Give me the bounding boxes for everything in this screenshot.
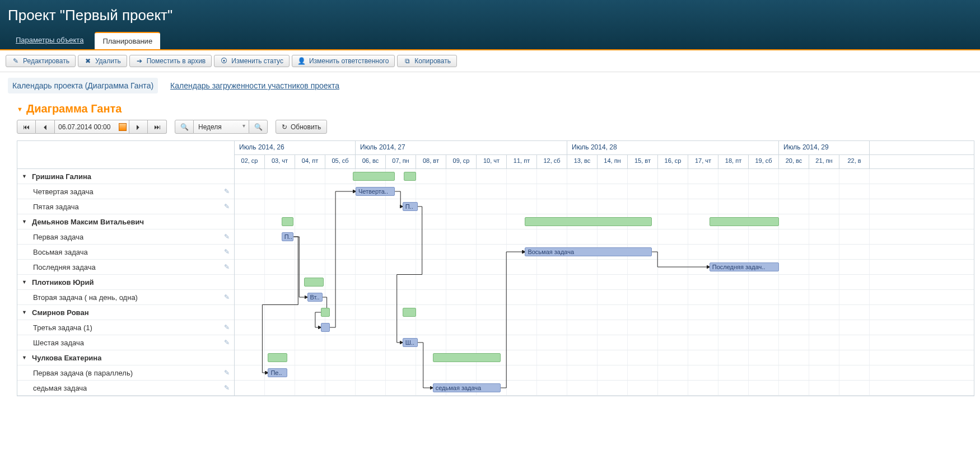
responsible-label: Изменить ответственного [309, 57, 389, 65]
task-row[interactable]: Шестая задача✎ [17, 335, 234, 350]
pencil-icon[interactable]: ✎ [224, 233, 230, 241]
pencil-icon[interactable]: ✎ [224, 293, 230, 301]
last-button[interactable]: ⏭ [148, 120, 167, 134]
refresh-button[interactable]: ↻Обновить [276, 120, 327, 134]
task-bar[interactable]: Восьмая задача [525, 247, 652, 256]
panel-title-row: ▼ Диаграмма Ганта [17, 99, 974, 119]
summary-bar[interactable] [268, 353, 287, 362]
pencil-icon[interactable]: ✎ [224, 323, 230, 331]
group-row[interactable]: ▼Демьянов Максим Витальевич [17, 214, 234, 229]
task-row[interactable]: Третья задача (1)✎ [17, 320, 234, 335]
toolbar: ✎Редактировать ✖Удалить ➔Поместить в арх… [0, 50, 980, 72]
row-label: Вторая задача ( на день, одна) [33, 293, 138, 302]
expander-icon[interactable]: ▼ [22, 355, 29, 360]
calendar-icon [119, 123, 127, 131]
summary-bar[interactable] [353, 172, 395, 181]
group-row[interactable]: ▼Гришина Галина [17, 169, 234, 184]
zoom-out-button[interactable]: 🔍 [175, 120, 194, 134]
subtab-workload[interactable]: Календарь загруженности участников проек… [166, 78, 344, 93]
expander-icon[interactable]: ▼ [22, 309, 29, 315]
task-bar[interactable]: Вт.. [307, 293, 323, 302]
refresh-label: Обновить [291, 123, 321, 131]
subtab-gantt[interactable]: Календарь проекта (Диаграмма Ганта) [8, 78, 158, 93]
day-header: 19, сб [749, 155, 779, 168]
group-row[interactable]: ▼Смирнов Рован [17, 305, 234, 320]
copy-button[interactable]: ⧉Копировать [397, 55, 457, 67]
task-bar[interactable]: седьмая задача [433, 383, 501, 392]
task-bar[interactable]: Четверта.. [356, 187, 395, 196]
task-row[interactable]: Восьмая задача✎ [17, 245, 234, 260]
day-header: 04, пт [295, 155, 325, 168]
row-label: Демьянов Максим Витальевич [32, 218, 144, 226]
task-bar[interactable]: Последняя задач.. [710, 262, 779, 271]
row-label: Шестая задача [33, 339, 84, 347]
collapse-icon[interactable]: ▼ [17, 106, 23, 112]
refresh-icon: ↻ [282, 123, 287, 131]
day-header: 09, ср [446, 155, 477, 168]
task-row[interactable]: Последняя задача✎ [17, 260, 234, 275]
row-label: Пятая задача [33, 203, 79, 211]
pencil-icon[interactable]: ✎ [224, 248, 230, 256]
task-row[interactable]: Пятая задача✎ [17, 199, 234, 214]
next-button[interactable]: ⏵ [129, 120, 148, 134]
expander-icon[interactable]: ▼ [22, 173, 29, 179]
pencil-icon[interactable]: ✎ [224, 369, 230, 377]
scale-select[interactable]: Неделя [194, 120, 249, 134]
pencil-icon[interactable]: ✎ [224, 263, 230, 271]
expander-icon[interactable]: ▼ [22, 279, 29, 285]
tab-planning[interactable]: Планирование [95, 32, 160, 49]
delete-label: Удалить [95, 57, 121, 65]
responsible-button[interactable]: 👤Изменить ответственного [292, 55, 395, 67]
week-header: Июль 2014, 28 [567, 141, 779, 154]
summary-bar[interactable] [404, 172, 416, 181]
edit-button[interactable]: ✎Редактировать [6, 55, 76, 67]
group-row[interactable]: ▼Чулкова Екатерина [17, 350, 234, 365]
day-header: 07, пн [386, 155, 416, 168]
grid-row [235, 229, 974, 245]
timeline-col: Июль 2014, 26Июль 2014, 27Июль 2014, 28И… [235, 141, 974, 396]
pencil-icon[interactable]: ✎ [224, 339, 230, 346]
summary-bar[interactable] [321, 308, 330, 317]
date-input[interactable]: 06.07.2014 00:00 [55, 120, 129, 134]
summary-bar[interactable] [433, 353, 501, 362]
task-bar[interactable]: П.. [282, 232, 294, 241]
row-label: Первая задача (в параллель) [33, 369, 133, 377]
pencil-icon[interactable]: ✎ [224, 384, 230, 392]
summary-bar[interactable] [304, 278, 324, 287]
delete-button[interactable]: ✖Удалить [78, 55, 127, 67]
tab-params[interactable]: Параметры объекта [8, 32, 91, 49]
task-bar[interactable] [321, 323, 330, 332]
summary-bar[interactable] [403, 308, 416, 317]
task-row[interactable]: Вторая задача ( на день, одна)✎ [17, 290, 234, 305]
first-button[interactable]: ⏮ [17, 120, 36, 134]
group-row[interactable]: ▼Плотников Юрий [17, 275, 234, 290]
row-label: Четвертая задача [33, 187, 94, 196]
week-header: Июль 2014, 26 [235, 141, 356, 154]
summary-bar[interactable] [282, 217, 294, 226]
expander-icon[interactable]: ▼ [22, 219, 29, 224]
pencil-icon[interactable]: ✎ [224, 187, 230, 195]
grid-row [235, 320, 974, 335]
row-label: Чулкова Екатерина [32, 354, 101, 362]
day-header: 03, чт [265, 155, 295, 168]
row-label: Плотников Юрий [32, 278, 94, 287]
task-bar[interactable]: П.. [403, 202, 418, 211]
status-button[interactable]: ⦿Изменить статус [214, 55, 290, 67]
day-header: 15, вт [628, 155, 658, 168]
task-row[interactable]: Первая задача✎ [17, 229, 234, 245]
grid-row [235, 290, 974, 305]
grid-row [235, 169, 974, 184]
zoom-in-button[interactable]: 🔍 [249, 120, 268, 134]
person-icon: 👤 [298, 57, 306, 65]
archive-button[interactable]: ➔Поместить в архив [129, 55, 212, 67]
task-row[interactable]: Четвертая задача✎ [17, 184, 234, 199]
pencil-icon[interactable]: ✎ [224, 203, 230, 210]
summary-bar[interactable] [525, 217, 652, 226]
status-icon: ⦿ [220, 57, 228, 65]
prev-button[interactable]: ⏴ [36, 120, 55, 134]
summary-bar[interactable] [710, 217, 779, 226]
task-bar[interactable]: Пе.. [268, 368, 287, 377]
task-row[interactable]: седьмая задача✎ [17, 381, 234, 396]
task-row[interactable]: Первая задача (в параллель)✎ [17, 365, 234, 381]
task-bar[interactable]: Ш.. [403, 338, 418, 347]
